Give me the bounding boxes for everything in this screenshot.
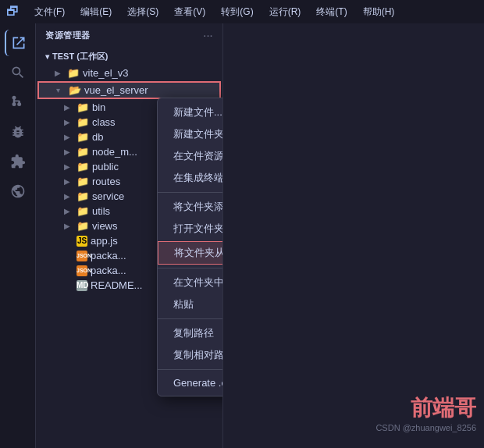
sidebar-title: 资源管理器 bbox=[45, 30, 91, 41]
menu-view[interactable]: 查看(V) bbox=[168, 4, 212, 20]
folder-name: public bbox=[92, 161, 119, 172]
vscode-icon: 🗗 bbox=[6, 5, 19, 19]
js-icon: JS bbox=[77, 236, 87, 247]
folder-icon: 📁 bbox=[77, 101, 89, 113]
file-name: packa... bbox=[91, 250, 126, 261]
menu-divider-4 bbox=[158, 369, 223, 370]
md-icon: MD bbox=[77, 280, 87, 291]
chevron-right-icon: ▶ bbox=[64, 192, 73, 201]
sidebar-more-button[interactable]: ··· bbox=[204, 31, 213, 41]
menu-divider-3 bbox=[158, 318, 223, 319]
activity-bar bbox=[0, 23, 36, 448]
menu-help[interactable]: 帮助(H) bbox=[357, 4, 401, 20]
chevron-right-icon: ▶ bbox=[55, 69, 64, 77]
menu-open-in-terminal[interactable]: 在集成终端中打开 bbox=[158, 167, 223, 189]
menu-remove-folder[interactable]: 将文件夹从工作区删除 bbox=[158, 241, 223, 265]
folder-icon: 📂 bbox=[69, 84, 81, 96]
watermark-en-text: CSDN @zhuangwei_8256 bbox=[375, 423, 476, 432]
folder-vue-el-server[interactable]: ▾ 📂 vue_el_server bbox=[37, 81, 221, 99]
menu-paste[interactable]: 粘贴 Ctrl+V bbox=[158, 293, 223, 315]
json-icon: JSON bbox=[77, 251, 87, 261]
menu-new-folder[interactable]: 新建文件夹... bbox=[158, 123, 223, 145]
chevron-right-icon: ▶ bbox=[64, 222, 73, 230]
folder-name: vite_el_v3 bbox=[83, 67, 129, 79]
watermark-cn-text: 前端哥 bbox=[375, 393, 476, 423]
activity-debug[interactable] bbox=[5, 119, 31, 145]
menu-new-file[interactable]: 新建文件... bbox=[158, 101, 223, 123]
menu-run[interactable]: 运行(R) bbox=[263, 4, 308, 20]
chevron-right-icon: ▶ bbox=[64, 148, 73, 156]
menu-open-folder-settings[interactable]: 打开文件夹设置 bbox=[158, 218, 223, 240]
watermark: 前端哥 CSDN @zhuangwei_8256 bbox=[375, 393, 476, 432]
folder-icon: 📁 bbox=[77, 116, 89, 128]
workspace-label[interactable]: ▾ TEST (工作区) bbox=[36, 48, 222, 66]
folder-name: node_m... bbox=[92, 146, 137, 158]
folder-icon: 📁 bbox=[77, 190, 89, 202]
activity-explorer[interactable] bbox=[5, 30, 31, 56]
folder-vite-el-v3[interactable]: ▶ 📁 vite_el_v3 bbox=[36, 66, 222, 80]
chevron-down-icon: ▾ bbox=[56, 86, 66, 94]
chevron-right-icon: ▶ bbox=[64, 103, 73, 112]
menu-find-in-folder[interactable]: 在文件夹中查找... Shift+Alt+F bbox=[158, 272, 223, 293]
folder-name: views bbox=[92, 220, 118, 232]
folder-name: utils bbox=[92, 205, 110, 217]
folder-icon: 📁 bbox=[77, 220, 89, 232]
chevron-right-icon: ▶ bbox=[64, 177, 73, 186]
menu-goto[interactable]: 转到(G) bbox=[215, 4, 259, 20]
folder-icon: 📁 bbox=[77, 176, 89, 187]
folder-icon: 📁 bbox=[77, 161, 89, 172]
folder-name: bin bbox=[92, 101, 105, 113]
folder-name: service bbox=[92, 190, 124, 202]
menu-copy-relative-path[interactable]: 复制相对路径 Ctrl+K Ctrl+Shift+C bbox=[158, 344, 223, 366]
file-name: app.js bbox=[91, 235, 118, 247]
menu-file[interactable]: 文件(F) bbox=[28, 4, 71, 20]
editor-area bbox=[223, 23, 484, 448]
sidebar-header: 资源管理器 ··· bbox=[36, 23, 222, 48]
chevron-right-icon: ▶ bbox=[64, 162, 73, 171]
menu-divider-1 bbox=[158, 192, 223, 193]
activity-search[interactable] bbox=[5, 59, 31, 86]
json-icon: JSON bbox=[77, 265, 87, 276]
chevron-right-icon: ▶ bbox=[64, 133, 73, 141]
workspace-name: TEST (工作区) bbox=[52, 51, 109, 62]
folder-name: class bbox=[92, 116, 116, 128]
menu-select[interactable]: 选择(S) bbox=[121, 4, 165, 20]
menu-reveal-in-explorer[interactable]: 在文件资源管理器中显示 Shift+Alt+R bbox=[158, 145, 223, 167]
menu-divider-2 bbox=[158, 268, 223, 268]
chevron-right-icon: ▶ bbox=[64, 118, 73, 126]
activity-remote[interactable] bbox=[5, 178, 31, 204]
file-name: packa... bbox=[91, 265, 126, 276]
folder-name: routes bbox=[92, 176, 120, 187]
menu-copy-path[interactable]: 复制路径 Shift+Alt+C bbox=[158, 322, 223, 344]
activity-extensions[interactable] bbox=[5, 148, 31, 175]
menu-add-to-workspace[interactable]: 将文件夹添加到工作区... bbox=[158, 196, 223, 218]
activity-scm[interactable] bbox=[5, 89, 31, 116]
folder-icon: 📁 bbox=[77, 146, 89, 158]
folder-icon: 📁 bbox=[77, 205, 89, 217]
folder-icon: 📁 bbox=[77, 131, 89, 143]
chevron-down-icon: ▾ bbox=[45, 52, 49, 61]
titlebar: 🗗 文件(F) 编辑(E) 选择(S) 查看(V) 转到(G) 运行(R) 终端… bbox=[0, 0, 484, 23]
context-menu: 新建文件... 新建文件夹... 在文件资源管理器中显示 Shift+Alt+R… bbox=[157, 98, 223, 396]
folder-name: vue_el_server bbox=[84, 84, 148, 96]
sidebar: 资源管理器 ··· ▾ TEST (工作区) ▶ 📁 vite_el_v3 ▾ … bbox=[36, 23, 223, 448]
main-layout: 资源管理器 ··· ▾ TEST (工作区) ▶ 📁 vite_el_v3 ▾ … bbox=[0, 23, 484, 448]
menu-generate-editorconfig[interactable]: Generate .editorconfig bbox=[158, 373, 223, 393]
folder-name: db bbox=[92, 131, 103, 143]
file-name: README... bbox=[91, 279, 142, 291]
chevron-right-icon: ▶ bbox=[64, 207, 73, 215]
menu-edit[interactable]: 编辑(E) bbox=[74, 4, 118, 20]
folder-icon: 📁 bbox=[67, 67, 80, 79]
menu-bar: 文件(F) 编辑(E) 选择(S) 查看(V) 转到(G) 运行(R) 终端(T… bbox=[28, 4, 400, 20]
menu-terminal[interactable]: 终端(T) bbox=[310, 4, 353, 20]
